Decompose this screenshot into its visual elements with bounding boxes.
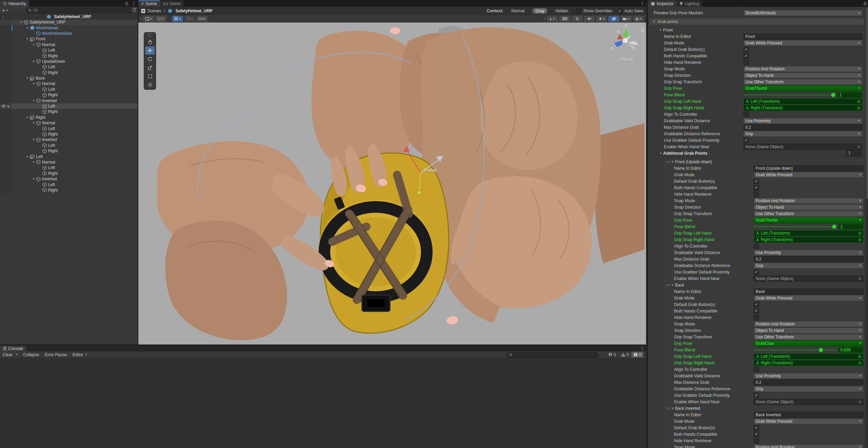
context-option-gray[interactable]: Gray xyxy=(532,8,547,14)
expand-arrow-icon[interactable]: ▼ xyxy=(31,177,36,181)
row-gutter[interactable] xyxy=(0,59,12,64)
array-size-field[interactable]: 7 xyxy=(846,150,862,156)
checkbox-checked[interactable]: ✓ xyxy=(754,269,759,275)
slider-knob[interactable] xyxy=(832,225,836,229)
hierarchy-item-left[interactable]: Left xyxy=(0,126,138,131)
hierarchy-item-right[interactable]: Right xyxy=(0,131,138,137)
hierarchy-item-back[interactable]: ▼Back xyxy=(0,75,138,81)
show-overrides-checkbox[interactable]: Show Overrides xyxy=(576,9,612,14)
text-field[interactable]: 0.2 xyxy=(743,124,863,130)
gizmos-button[interactable]: ⊕▼ xyxy=(633,16,644,22)
row-gutter[interactable] xyxy=(0,53,12,58)
hierarchy-search-input[interactable]: All xyxy=(26,8,133,13)
text-field[interactable]: Front (Upside down) xyxy=(754,165,864,171)
slider-field[interactable]: 1 xyxy=(754,224,864,230)
row-gutter[interactable] xyxy=(0,103,12,109)
checkbox-unchecked[interactable] xyxy=(743,60,749,65)
checkbox-checked[interactable]: ✓ xyxy=(743,138,749,143)
dropdown-field[interactable]: Position And Rotation▼ xyxy=(743,66,863,72)
object-reference-field[interactable]: Left (Transform)⊙ xyxy=(754,353,864,360)
slider-knob[interactable] xyxy=(831,93,835,97)
expand-arrow-icon[interactable]: ▼ xyxy=(25,26,30,30)
console-search-input[interactable] xyxy=(507,352,598,358)
row-gutter[interactable] xyxy=(0,70,12,75)
foldout-arrow-icon[interactable]: ▼ xyxy=(671,283,675,287)
object-picker-icon[interactable]: ⊙ xyxy=(858,354,862,359)
hierarchy-item-right[interactable]: Right xyxy=(0,70,138,75)
checkbox-checked[interactable]: ✓ xyxy=(617,9,622,14)
dropdown-field[interactable]: Grip▼ xyxy=(754,386,864,392)
slider-value[interactable]: 0.839 xyxy=(838,347,864,353)
object-picker-icon[interactable]: ⊙ xyxy=(858,231,862,235)
checkbox-checked[interactable]: ✓ xyxy=(743,47,749,52)
tab-inspector[interactable]: Inspector xyxy=(648,0,676,7)
checkbox-unchecked[interactable] xyxy=(754,243,759,249)
foldout-arrow-icon[interactable]: ▼ xyxy=(671,160,675,164)
object-reference-field[interactable]: None (Game Object)⊙ xyxy=(754,276,864,282)
dropdown-field[interactable]: Use Other Transform▼ xyxy=(754,334,864,340)
view-orientation-gizmo[interactable]: y x z ‹ Persp xyxy=(607,23,645,68)
text-field[interactable]: Back xyxy=(754,289,864,295)
hierarchy-item-left[interactable]: Left xyxy=(0,87,138,92)
row-gutter[interactable] xyxy=(0,176,12,182)
row-gutter[interactable] xyxy=(0,87,12,92)
hierarchy-item-inverted[interactable]: ▼Inverted xyxy=(0,137,138,142)
checkbox-unchecked[interactable] xyxy=(754,438,759,444)
hierarchy-item-inverted[interactable]: ▼Inverted xyxy=(0,176,138,182)
scrollbar-thumb[interactable] xyxy=(866,8,868,199)
hierarchy-item-left[interactable]: Left xyxy=(0,143,138,148)
tab-scene[interactable]: # Scene xyxy=(138,0,160,7)
additional-grab-points-header[interactable]: ▼Additional Grab Points7 xyxy=(648,150,866,157)
tab-console[interactable]: Console xyxy=(0,346,26,351)
scene-audio-button[interactable] xyxy=(584,16,595,22)
row-gutter[interactable] xyxy=(0,36,12,42)
hierarchy-item-right[interactable]: ▼Right xyxy=(0,115,138,120)
snap-settings-button[interactable]: ▼ xyxy=(184,16,195,22)
hierarchy-item-right[interactable]: Right xyxy=(0,92,138,98)
warning-count-toggle[interactable]: 0 xyxy=(619,352,631,358)
row-gutter[interactable] xyxy=(0,64,12,70)
checkbox-checked[interactable]: ✓ xyxy=(754,393,759,398)
scene-camera-button[interactable]: ▼ xyxy=(621,16,632,22)
object-reference-field[interactable]: Right (Transform)⊙ xyxy=(754,360,864,366)
clear-button[interactable]: Clear xyxy=(0,351,14,358)
object-reference-field[interactable]: Left (Transform)⊙ xyxy=(743,98,863,104)
increment-snap-button[interactable]: ▼ xyxy=(197,16,208,22)
hierarchy-item-left[interactable]: Left xyxy=(0,47,138,53)
overlay-drag-handle[interactable] xyxy=(148,33,152,37)
dropdown-field[interactable]: Grip▼ xyxy=(754,263,864,269)
row-gutter[interactable] xyxy=(0,25,12,30)
dropdown-field[interactable]: Position And Rotation▼ xyxy=(754,444,864,448)
dropdown-field[interactable]: Use Proximity▼ xyxy=(754,373,864,379)
dropdown-field[interactable]: Position And Rotation▼ xyxy=(754,198,864,204)
projection-label[interactable]: ‹ Persp xyxy=(607,57,645,62)
lock-icon[interactable] xyxy=(862,0,868,7)
object-picker-icon[interactable]: ⊙ xyxy=(858,361,862,365)
object-picker-icon[interactable]: ⊙ xyxy=(858,238,862,242)
hierarchy-item-right[interactable]: Right xyxy=(0,109,138,114)
dropdown-field[interactable]: Grab While Pressed▼ xyxy=(754,295,864,301)
object-reference-field[interactable]: Right (Transform)⊙ xyxy=(743,105,863,111)
create-object-button[interactable]: +▼ xyxy=(0,8,11,12)
object-picker-icon[interactable]: ⊙ xyxy=(858,277,862,281)
grab-points-foldout[interactable]: ▼ Grab points xyxy=(650,18,864,25)
hierarchy-item-left[interactable]: Left xyxy=(0,182,138,187)
hierarchy-item-normal[interactable]: ▼Normal xyxy=(0,42,138,47)
dropdown-field[interactable]: Use Other Transform▼ xyxy=(754,211,864,217)
dropdown-field[interactable]: Use Proximity▼ xyxy=(754,250,864,256)
editor-dropdown[interactable]: Editor▼ xyxy=(70,351,90,358)
hierarchy-item-front[interactable]: ▼Front xyxy=(0,36,138,42)
hidden-objects-toggle[interactable] xyxy=(608,16,619,22)
error-pause-button[interactable]: Error Pause xyxy=(42,351,70,358)
object-reference-field[interactable]: Left (Transform)⊙ xyxy=(754,230,864,236)
row-gutter[interactable] xyxy=(0,171,12,176)
row-gutter[interactable] xyxy=(0,31,12,36)
preview-grip-pose-dropdown[interactable]: ShowBothHands▼ xyxy=(743,10,863,16)
shading-mode-button[interactable]: ◐▼ xyxy=(547,16,558,22)
expand-arrow-icon[interactable]: ▼ xyxy=(31,160,36,164)
expand-arrow-icon[interactable]: ▼ xyxy=(31,60,36,63)
row-gutter[interactable] xyxy=(0,159,12,165)
hierarchy-item-safetyhelmet_urp[interactable]: ▼SafetyHelmet_URP xyxy=(0,19,138,25)
object-reference-field[interactable]: Right (Transform)⊙ xyxy=(754,237,864,243)
scene-lighting-button[interactable] xyxy=(572,16,583,22)
